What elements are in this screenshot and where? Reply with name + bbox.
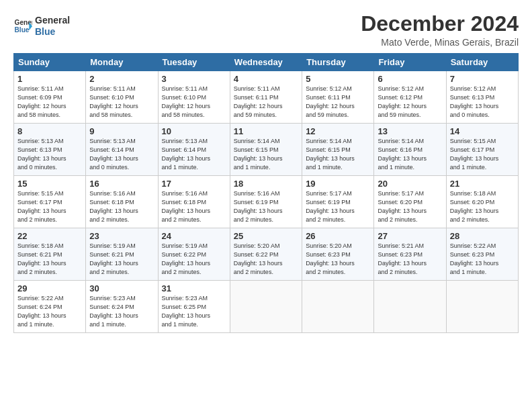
day-info: Sunrise: 5:12 AMSunset: 6:13 PMDaylight:… bbox=[450, 85, 515, 120]
table-row bbox=[302, 281, 374, 333]
day-number: 30 bbox=[89, 283, 154, 293]
table-row: 31Sunrise: 5:23 AMSunset: 6:25 PMDayligh… bbox=[158, 281, 230, 333]
day-info: Sunrise: 5:21 AMSunset: 6:23 PMDaylight:… bbox=[378, 242, 442, 277]
day-number: 7 bbox=[450, 74, 515, 84]
table-row bbox=[374, 281, 446, 333]
day-info: Sunrise: 5:13 AMSunset: 6:13 PMDaylight:… bbox=[17, 137, 82, 172]
day-info: Sunrise: 5:16 AMSunset: 6:18 PMDaylight:… bbox=[162, 189, 226, 224]
header-wednesday: Wednesday bbox=[230, 54, 302, 71]
day-number: 13 bbox=[378, 126, 442, 136]
location-subtitle: Mato Verde, Minas Gerais, Brazil bbox=[361, 37, 519, 48]
header-thursday: Thursday bbox=[302, 54, 374, 71]
table-row: 18Sunrise: 5:16 AMSunset: 6:19 PMDayligh… bbox=[230, 176, 302, 228]
day-header-row: Sunday Monday Tuesday Wednesday Thursday… bbox=[14, 54, 519, 71]
calendar-table: Sunday Monday Tuesday Wednesday Thursday… bbox=[13, 53, 519, 333]
week-row-4: 22Sunrise: 5:18 AMSunset: 6:21 PMDayligh… bbox=[14, 228, 519, 281]
day-info: Sunrise: 5:12 AMSunset: 6:12 PMDaylight:… bbox=[378, 85, 442, 120]
day-number: 11 bbox=[234, 126, 298, 136]
day-number: 21 bbox=[450, 179, 515, 189]
day-number: 15 bbox=[17, 179, 82, 189]
table-row: 11Sunrise: 5:14 AMSunset: 6:15 PMDayligh… bbox=[230, 124, 302, 176]
table-row: 23Sunrise: 5:19 AMSunset: 6:21 PMDayligh… bbox=[86, 228, 158, 281]
table-row: 25Sunrise: 5:20 AMSunset: 6:22 PMDayligh… bbox=[230, 228, 302, 281]
day-number: 12 bbox=[306, 126, 370, 136]
week-row-2: 8Sunrise: 5:13 AMSunset: 6:13 PMDaylight… bbox=[14, 124, 519, 176]
day-number: 26 bbox=[306, 231, 370, 241]
day-number: 22 bbox=[17, 231, 82, 241]
day-number: 9 bbox=[89, 126, 154, 136]
table-row: 14Sunrise: 5:15 AMSunset: 6:17 PMDayligh… bbox=[446, 124, 518, 176]
logo-icon: General Blue bbox=[13, 17, 32, 36]
day-info: Sunrise: 5:13 AMSunset: 6:14 PMDaylight:… bbox=[89, 137, 154, 172]
table-row: 30Sunrise: 5:23 AMSunset: 6:24 PMDayligh… bbox=[86, 281, 158, 333]
day-number: 29 bbox=[17, 283, 82, 293]
day-number: 18 bbox=[234, 179, 298, 189]
day-info: Sunrise: 5:20 AMSunset: 6:23 PMDaylight:… bbox=[306, 242, 370, 277]
day-number: 28 bbox=[450, 231, 515, 241]
table-row: 6Sunrise: 5:12 AMSunset: 6:12 PMDaylight… bbox=[374, 71, 446, 124]
main-container: General Blue General Blue December 2024 … bbox=[0, 0, 532, 340]
day-info: Sunrise: 5:18 AMSunset: 6:20 PMDaylight:… bbox=[450, 189, 515, 224]
day-info: Sunrise: 5:11 AMSunset: 6:09 PMDaylight:… bbox=[17, 85, 82, 120]
day-info: Sunrise: 5:19 AMSunset: 6:22 PMDaylight:… bbox=[162, 242, 226, 277]
header-sunday: Sunday bbox=[14, 54, 86, 71]
header: General Blue General Blue December 2024 … bbox=[13, 12, 519, 48]
day-info: Sunrise: 5:12 AMSunset: 6:11 PMDaylight:… bbox=[306, 85, 370, 120]
table-row: 19Sunrise: 5:17 AMSunset: 6:19 PMDayligh… bbox=[302, 176, 374, 228]
day-info: Sunrise: 5:23 AMSunset: 6:25 PMDaylight:… bbox=[162, 294, 226, 329]
table-row: 2Sunrise: 5:11 AMSunset: 6:10 PMDaylight… bbox=[86, 71, 158, 124]
table-row: 12Sunrise: 5:14 AMSunset: 6:15 PMDayligh… bbox=[302, 124, 374, 176]
day-number: 2 bbox=[89, 74, 154, 84]
table-row: 5Sunrise: 5:12 AMSunset: 6:11 PMDaylight… bbox=[302, 71, 374, 124]
logo-text-line1: General bbox=[35, 15, 70, 26]
header-monday: Monday bbox=[86, 54, 158, 71]
table-row: 20Sunrise: 5:17 AMSunset: 6:20 PMDayligh… bbox=[374, 176, 446, 228]
table-row: 22Sunrise: 5:18 AMSunset: 6:21 PMDayligh… bbox=[14, 228, 86, 281]
day-info: Sunrise: 5:17 AMSunset: 6:19 PMDaylight:… bbox=[306, 189, 370, 224]
table-row: 21Sunrise: 5:18 AMSunset: 6:20 PMDayligh… bbox=[446, 176, 518, 228]
day-number: 27 bbox=[378, 231, 442, 241]
day-number: 6 bbox=[378, 74, 442, 84]
day-number: 10 bbox=[162, 126, 226, 136]
table-row: 27Sunrise: 5:21 AMSunset: 6:23 PMDayligh… bbox=[374, 228, 446, 281]
table-row bbox=[446, 281, 518, 333]
day-number: 4 bbox=[234, 74, 298, 84]
table-row: 26Sunrise: 5:20 AMSunset: 6:23 PMDayligh… bbox=[302, 228, 374, 281]
header-saturday: Saturday bbox=[446, 54, 518, 71]
day-info: Sunrise: 5:22 AMSunset: 6:23 PMDaylight:… bbox=[450, 242, 515, 277]
table-row: 16Sunrise: 5:16 AMSunset: 6:18 PMDayligh… bbox=[86, 176, 158, 228]
logo: General Blue General Blue bbox=[13, 15, 70, 38]
header-friday: Friday bbox=[374, 54, 446, 71]
week-row-1: 1Sunrise: 5:11 AMSunset: 6:09 PMDaylight… bbox=[14, 71, 519, 124]
day-info: Sunrise: 5:11 AMSunset: 6:10 PMDaylight:… bbox=[162, 85, 226, 120]
day-number: 8 bbox=[17, 126, 82, 136]
table-row: 1Sunrise: 5:11 AMSunset: 6:09 PMDaylight… bbox=[14, 71, 86, 124]
month-year-title: December 2024 bbox=[361, 12, 519, 36]
day-number: 14 bbox=[450, 126, 515, 136]
table-row: 10Sunrise: 5:13 AMSunset: 6:14 PMDayligh… bbox=[158, 124, 230, 176]
table-row: 28Sunrise: 5:22 AMSunset: 6:23 PMDayligh… bbox=[446, 228, 518, 281]
day-info: Sunrise: 5:18 AMSunset: 6:21 PMDaylight:… bbox=[17, 242, 82, 277]
day-info: Sunrise: 5:16 AMSunset: 6:19 PMDaylight:… bbox=[234, 189, 298, 224]
day-info: Sunrise: 5:14 AMSunset: 6:15 PMDaylight:… bbox=[234, 137, 298, 172]
table-row: 8Sunrise: 5:13 AMSunset: 6:13 PMDaylight… bbox=[14, 124, 86, 176]
table-row: 17Sunrise: 5:16 AMSunset: 6:18 PMDayligh… bbox=[158, 176, 230, 228]
week-row-3: 15Sunrise: 5:15 AMSunset: 6:17 PMDayligh… bbox=[14, 176, 519, 228]
day-number: 1 bbox=[17, 74, 82, 84]
day-info: Sunrise: 5:19 AMSunset: 6:21 PMDaylight:… bbox=[89, 242, 154, 277]
day-info: Sunrise: 5:11 AMSunset: 6:10 PMDaylight:… bbox=[89, 85, 154, 120]
day-info: Sunrise: 5:16 AMSunset: 6:18 PMDaylight:… bbox=[89, 189, 154, 224]
day-info: Sunrise: 5:17 AMSunset: 6:20 PMDaylight:… bbox=[378, 189, 442, 224]
table-row: 29Sunrise: 5:22 AMSunset: 6:24 PMDayligh… bbox=[14, 281, 86, 333]
table-row: 3Sunrise: 5:11 AMSunset: 6:10 PMDaylight… bbox=[158, 71, 230, 124]
table-row: 13Sunrise: 5:14 AMSunset: 6:16 PMDayligh… bbox=[374, 124, 446, 176]
day-info: Sunrise: 5:23 AMSunset: 6:24 PMDaylight:… bbox=[89, 294, 154, 329]
day-info: Sunrise: 5:11 AMSunset: 6:11 PMDaylight:… bbox=[234, 85, 298, 120]
svg-text:Blue: Blue bbox=[15, 26, 30, 34]
day-number: 5 bbox=[306, 74, 370, 84]
title-block: December 2024 Mato Verde, Minas Gerais, … bbox=[361, 12, 519, 48]
table-row: 15Sunrise: 5:15 AMSunset: 6:17 PMDayligh… bbox=[14, 176, 86, 228]
table-row bbox=[230, 281, 302, 333]
logo-text-line2: Blue bbox=[35, 26, 70, 38]
day-number: 17 bbox=[162, 179, 226, 189]
